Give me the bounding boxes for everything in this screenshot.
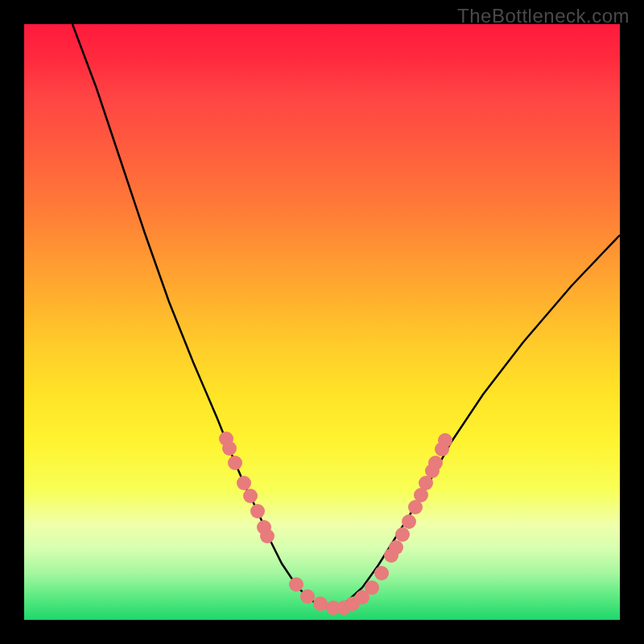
- marker-dot: [374, 566, 389, 580]
- marker-dot: [237, 476, 251, 490]
- marker-dot: [289, 577, 303, 592]
- marker-dot: [222, 441, 237, 456]
- plot-area: [24, 24, 620, 620]
- marker-dot: [228, 456, 242, 470]
- marker-dot: [365, 580, 379, 595]
- chart-svg: [24, 24, 620, 620]
- marker-dot: [250, 504, 265, 518]
- marker-dot: [313, 597, 328, 611]
- outer-frame: TheBottleneck.com: [0, 0, 644, 644]
- marker-dot: [395, 527, 410, 542]
- marker-dot: [243, 489, 258, 503]
- right-curve: [330, 235, 620, 609]
- data-markers: [219, 431, 452, 615]
- marker-dot: [300, 589, 315, 604]
- marker-dot: [389, 540, 403, 555]
- marker-dot: [438, 433, 452, 448]
- marker-dot: [402, 514, 416, 529]
- marker-dot: [260, 529, 275, 543]
- left-curve: [72, 24, 330, 609]
- marker-dot: [428, 456, 443, 470]
